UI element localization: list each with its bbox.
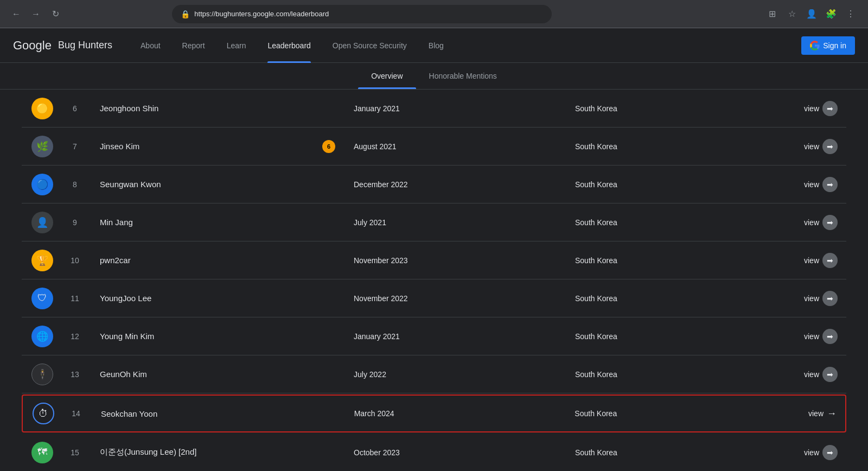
view-label: view [808,409,824,418]
badge-col: 6 [312,140,345,153]
view-link[interactable]: view ➡ [804,177,838,192]
view-link[interactable]: view ➡ [804,215,838,230]
avatar: 🗺 [31,442,53,463]
avatar: 🌐 [31,326,53,347]
country-col: South Korea [566,294,788,303]
view-link[interactable]: view ➡ [804,367,838,382]
bookmark-button[interactable]: ☆ [783,5,801,23]
view-link[interactable]: view ➡ [804,101,838,116]
name-col: Min Jang [91,218,312,227]
nav-report[interactable]: Report [171,28,216,63]
view-arrow-icon: ➡ [822,177,838,192]
avatar-col: 🗺 [26,442,59,463]
sign-in-label: Sign in [823,41,846,50]
avatar: 🛡 [31,288,53,309]
table-row: 👤 9 Min Jang July 2021 South Korea view … [22,203,846,241]
view-link[interactable]: view ➡ [804,329,838,344]
date-col: July 2021 [345,218,566,227]
view-link[interactable]: view ➡ [804,445,838,460]
nav-blog[interactable]: Blog [418,28,455,63]
country-col: South Korea [566,104,788,113]
view-link[interactable]: view ➡ [804,291,838,306]
table-row: 🟡 6 Jeonghoon Shin January 2021 South Ko… [22,90,846,128]
security-icon: 🔒 [181,10,190,18]
avatar-col: ⏱ [27,403,60,424]
translate-button[interactable]: ⊞ [764,5,781,23]
name-col: Jeonghoon Shin [91,104,312,113]
avatar-col: 🛡 [26,288,59,309]
table-row: 🌐 12 Young Min Kim January 2021 South Ko… [22,317,846,355]
date-col: November 2022 [345,294,566,303]
view-link[interactable]: view → [808,408,837,419]
table-row: 🌿 7 Jinseo Kim 6 August 2021 South Korea… [22,128,846,166]
sign-in-button[interactable]: Sign in [801,36,855,55]
address-bar[interactable]: 🔒 https://bughunters.google.com/leaderbo… [172,5,552,23]
view-label: view [804,180,819,189]
name-col: 이준성(Junsung Lee) [2nd] [91,447,312,457]
rank-col: 7 [59,142,91,151]
name-col: pwn2car [91,256,312,265]
nav-open-source-security[interactable]: Open Source Security [322,28,418,63]
nav-learn[interactable]: Learn [216,28,257,63]
view-label: view [804,370,819,379]
view-label: view [804,256,819,265]
avatar-col: 🌿 [26,136,59,157]
reload-button[interactable]: ↻ [48,7,63,22]
avatar: 🟡 [31,98,53,119]
view-link[interactable]: view ➡ [804,253,838,268]
view-link[interactable]: view ➡ [804,139,838,154]
avatar-col: 🌐 [26,326,59,347]
date-col: March 2024 [346,409,566,418]
action-col: view ➡ [788,177,842,192]
name-col: YoungJoo Lee [91,294,312,303]
view-arrow-icon: ➡ [822,253,838,268]
back-button[interactable]: ← [9,7,24,22]
date-col: August 2021 [345,142,566,151]
view-arrow-icon: → [827,408,837,419]
view-label: view [804,142,819,151]
tab-honorable-mentions[interactable]: Honorable Mentions [416,63,510,89]
country-col: South Korea [566,332,788,341]
table-row: 🕴 13 GeunOh Kim July 2022 South Korea vi… [22,355,846,393]
forward-button[interactable]: → [28,7,43,22]
view-arrow-icon: ➡ [822,101,838,116]
table-row: 🏆 10 pwn2car November 2023 South Korea v… [22,241,846,279]
action-col: view ➡ [788,101,842,116]
url-text: https://bughunters.google.com/leaderboar… [194,10,329,18]
avatar-col: 🔵 [26,174,59,195]
view-arrow-icon: ➡ [822,139,838,154]
name-col: Seungwan Kwon [91,180,312,189]
action-col: view ➡ [788,139,842,154]
action-col: view ➡ [788,329,842,344]
action-col: view ➡ [788,215,842,230]
rank-col: 10 [59,256,91,265]
app-title: Bug Hunters [58,40,112,51]
menu-button[interactable]: ⋮ [842,5,859,23]
rank-col: 14 [60,409,92,418]
date-col: November 2023 [345,256,566,265]
name-col: GeunOh Kim [91,370,312,379]
profile-button[interactable]: 👤 [803,5,820,23]
country-col: South Korea [566,256,788,265]
view-label: view [804,104,819,113]
nav-about[interactable]: About [130,28,171,63]
nav-leaderboard[interactable]: Leaderboard [257,28,321,63]
country-col: South Korea [566,409,787,418]
app-header: Google Bug Hunters About Report Learn Le… [0,28,868,63]
avatar-col: 🕴 [26,364,59,385]
badge: 6 [322,140,335,153]
tab-overview[interactable]: Overview [358,63,416,89]
browser-actions: ⊞ ☆ 👤 🧩 ⋮ [764,5,859,23]
avatar-col: 🏆 [26,250,59,271]
country-col: South Korea [566,370,788,379]
sub-nav: Overview Honorable Mentions [0,63,868,90]
rank-col: 12 [59,332,91,341]
action-col: view → [787,408,841,419]
extensions-button[interactable]: 🧩 [822,5,840,23]
rank-col: 13 [59,370,91,379]
avatar: 👤 [31,212,53,233]
date-col: January 2021 [345,104,566,113]
date-col: July 2022 [345,370,566,379]
avatar: 🌿 [31,136,53,157]
avatar: ⏱ [33,403,54,424]
